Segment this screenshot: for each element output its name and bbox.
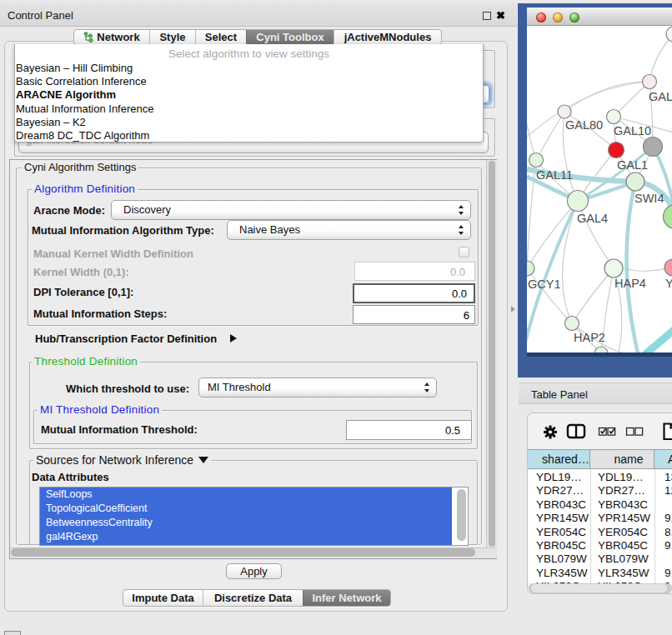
svg-text:HAP2: HAP2: [574, 331, 605, 344]
svg-text:GAL1: GAL1: [617, 158, 648, 172]
svg-text:SWI4: SWI4: [634, 192, 664, 205]
svg-text:GAL2: GAL2: [649, 90, 672, 103]
svg-text:GAL11: GAL11: [536, 168, 573, 182]
svg-text:GCY1: GCY1: [528, 278, 561, 291]
svg-text:YM: YM: [665, 277, 672, 290]
svg-text:GAL4: GAL4: [577, 212, 608, 225]
svg-text:GAL10: GAL10: [614, 124, 651, 138]
svg-text:GAL80: GAL80: [565, 118, 603, 132]
svg-text:HAP4: HAP4: [614, 277, 646, 290]
